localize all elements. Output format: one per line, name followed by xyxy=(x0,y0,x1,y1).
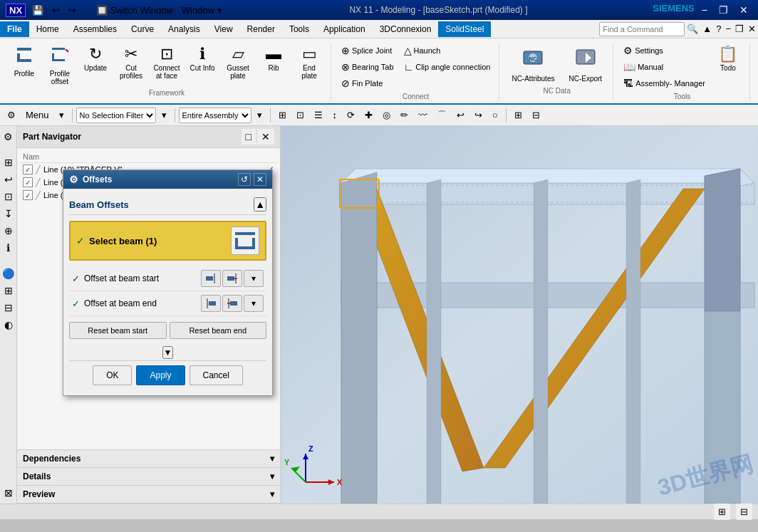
restore-btn[interactable]: ❐ xyxy=(715,3,732,17)
sidebar-icon-5[interactable]: ⊕ xyxy=(2,223,15,239)
offset-start-icon-btn2[interactable] xyxy=(222,270,242,287)
assembly-arrow[interactable]: ▾ xyxy=(253,107,266,123)
fin-plate-btn[interactable]: ⊘ Fin Plate xyxy=(337,75,398,91)
menu-analysis[interactable]: Analysis xyxy=(161,21,207,37)
view-btn1[interactable]: ⊞ xyxy=(274,107,291,123)
help-btn[interactable]: ? xyxy=(714,22,723,36)
status-btn2[interactable]: ⊟ xyxy=(736,504,752,520)
cancel-btn[interactable]: Cancel xyxy=(190,365,243,385)
viewport[interactable]: Z X Y 3D世界网 xyxy=(281,126,758,504)
search-icon-btn[interactable]: 🔍 xyxy=(685,22,700,36)
sidebar-icon-bottom[interactable]: ⊠ xyxy=(2,485,15,501)
menu-view[interactable]: View xyxy=(207,21,240,37)
view-btn11[interactable]: ↩ xyxy=(452,107,469,123)
tb-grid-btn[interactable]: ⊞ xyxy=(510,107,526,123)
view-btn2[interactable]: ⊡ xyxy=(292,107,308,123)
sidebar-icon-4[interactable]: ↧ xyxy=(2,206,15,221)
menu-file[interactable]: File xyxy=(0,21,29,37)
filter-arrow[interactable]: ▾ xyxy=(157,107,171,123)
reset-start-btn[interactable]: Reset beam start xyxy=(69,322,167,339)
command-search-input[interactable] xyxy=(599,22,685,36)
sidebar-icon-2[interactable]: ↩ xyxy=(2,172,15,187)
assembly-filter-select[interactable]: Entire Assembly xyxy=(179,108,251,123)
inner-min-btn[interactable]: − xyxy=(723,22,733,36)
nc-export-btn[interactable]: NC-Export xyxy=(562,43,608,85)
cut-info-btn[interactable]: ℹ Cut Info xyxy=(185,43,219,74)
select-beam-row[interactable]: ✓ Select beam (1) xyxy=(69,221,266,261)
menu-render[interactable]: Render xyxy=(240,21,282,37)
view-btn12[interactable]: ↪ xyxy=(470,107,487,123)
nav-expand-btn[interactable]: □ xyxy=(242,129,256,145)
preview-header[interactable]: Preview ▾ xyxy=(17,486,280,503)
offset-end-icon-btn2[interactable] xyxy=(222,295,242,312)
reset-end-btn[interactable]: Reset beam end xyxy=(170,322,267,339)
selection-filter-select[interactable]: No Selection Filter xyxy=(76,108,156,123)
window-btn[interactable]: Window ▾ xyxy=(180,4,224,17)
details-header[interactable]: Details ▾ xyxy=(17,468,280,485)
profile-offset-btn[interactable]: Profile offset xyxy=(43,43,77,88)
nav-close-btn[interactable]: ✕ xyxy=(257,129,274,145)
sidebar-icon-8[interactable]: ⊞ xyxy=(2,283,15,298)
menu-application[interactable]: Application xyxy=(316,21,373,37)
sidebar-icon-9[interactable]: ⊟ xyxy=(2,300,15,315)
inner-close-btn[interactable]: ✕ xyxy=(746,22,758,36)
profile-btn[interactable]: Profile xyxy=(7,43,41,80)
offset-end-icon-btn1[interactable] xyxy=(201,295,221,312)
menu-solidsteel[interactable]: SolidSteel xyxy=(438,21,491,37)
tb-snap-btn[interactable]: ⊟ xyxy=(528,107,544,123)
update-btn[interactable]: ↻ Update xyxy=(78,43,113,74)
view-btn5[interactable]: ⟳ xyxy=(343,107,359,123)
assembly-manager-btn[interactable]: 🏗 Assembly- Manager xyxy=(619,75,710,91)
offset-start-arrow-btn[interactable]: ▾ xyxy=(244,270,264,287)
beam-offsets-collapse-btn[interactable]: ▲ xyxy=(254,197,266,212)
switch-window-btn[interactable]: 🔲 Switch Window xyxy=(94,4,175,17)
view-btn4[interactable]: ↕ xyxy=(328,107,342,123)
menu-curve[interactable]: Curve xyxy=(124,21,161,37)
rib-btn[interactable]: ▬ Rib xyxy=(256,43,291,74)
connect-face-btn[interactable]: ⊡ Connect at face xyxy=(150,43,184,82)
todo-btn[interactable]: 📋 Todo xyxy=(711,43,745,74)
settings-btn[interactable]: ⚙ Settings xyxy=(619,43,710,58)
menu-assemblies[interactable]: Assemblies xyxy=(66,21,124,37)
end-plate-btn[interactable]: ▭ End plate xyxy=(292,43,326,82)
view-btn9[interactable]: 〰 xyxy=(414,107,432,123)
offset-end-arrow-btn[interactable]: ▾ xyxy=(244,295,264,312)
sidebar-icon-10[interactable]: ◐ xyxy=(2,317,15,333)
quick-save-btn[interactable]: 💾 xyxy=(30,4,46,17)
inner-restore-btn[interactable]: ❐ xyxy=(733,22,746,36)
manual-btn[interactable]: 📖 Manual xyxy=(619,59,710,75)
status-btn1[interactable]: ⊞ xyxy=(714,504,730,520)
bearing-tab-btn[interactable]: ⊗ Bearing Tab xyxy=(337,59,398,75)
offset-start-icon-btn1[interactable] xyxy=(201,270,221,287)
offsets-close-btn[interactable]: ✕ xyxy=(254,173,266,186)
menu-3dconnexion[interactable]: 3DConnexion xyxy=(373,21,439,37)
close-btn[interactable]: ✕ xyxy=(735,3,752,17)
view-btn13[interactable]: ○ xyxy=(488,107,502,123)
menu-home[interactable]: Home xyxy=(29,21,66,37)
splice-joint-btn[interactable]: ⊕ Splice Joint xyxy=(337,43,398,58)
ok-btn[interactable]: OK xyxy=(93,365,132,385)
menu-label[interactable]: Menu xyxy=(21,107,53,123)
nc-attributes-btn[interactable]: NC NC-Attributes xyxy=(505,43,561,85)
view-btn8[interactable]: ✏ xyxy=(396,107,412,123)
view-btn7[interactable]: ◎ xyxy=(378,107,395,123)
minimize-btn[interactable]: − xyxy=(697,3,712,17)
undo-btn[interactable]: ↩ xyxy=(50,4,62,17)
sidebar-icon-3[interactable]: ⊡ xyxy=(2,189,15,204)
sidebar-icon-6[interactable]: ℹ xyxy=(4,240,12,256)
apply-btn[interactable]: Apply xyxy=(136,365,185,385)
clip-angle-btn[interactable]: ∟ Clip angle connection xyxy=(400,59,495,75)
sidebar-icon-7[interactable]: 🔵 xyxy=(0,266,16,281)
offsets-refresh-btn[interactable]: ↺ xyxy=(238,173,251,186)
expand-arrow-btn[interactable]: ▼ xyxy=(162,346,174,359)
view-btn6[interactable]: ✚ xyxy=(360,107,377,123)
view-btn10[interactable]: ⌒ xyxy=(433,106,451,125)
haunch-btn[interactable]: △ Haunch xyxy=(400,43,495,58)
dependencies-header[interactable]: Dependencies ▾ xyxy=(17,450,280,467)
gusset-plate-btn[interactable]: ▱ Gusset plate xyxy=(221,43,255,82)
sidebar-settings-icon[interactable]: ⚙ xyxy=(1,129,15,145)
gear-menu-btn[interactable]: ⚙ xyxy=(3,107,20,123)
ribbon-collapse-btn[interactable]: ▲ xyxy=(700,22,714,36)
menu-tools[interactable]: Tools xyxy=(282,21,316,37)
menu-arrow[interactable]: ▾ xyxy=(55,107,68,123)
